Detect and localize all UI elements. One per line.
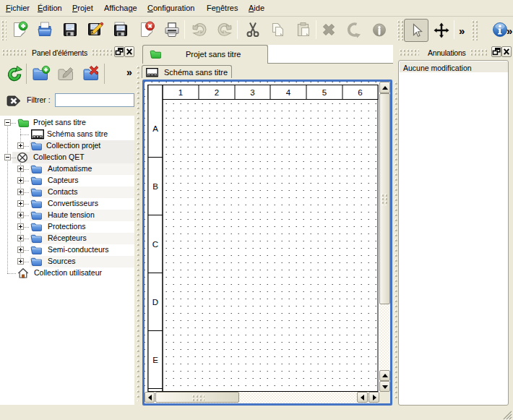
svg-text:D: D <box>152 298 158 307</box>
svg-text:1: 1 <box>178 88 182 97</box>
svg-text:2: 2 <box>214 88 218 97</box>
svg-text:C: C <box>152 240 158 249</box>
svg-text:3: 3 <box>250 88 254 97</box>
svg-text:E: E <box>152 356 158 364</box>
svg-text:4: 4 <box>285 88 290 97</box>
svg-text:6: 6 <box>358 88 362 97</box>
svg-text:A: A <box>152 124 158 133</box>
svg-text:B: B <box>152 182 158 191</box>
svg-text:5: 5 <box>322 88 326 97</box>
